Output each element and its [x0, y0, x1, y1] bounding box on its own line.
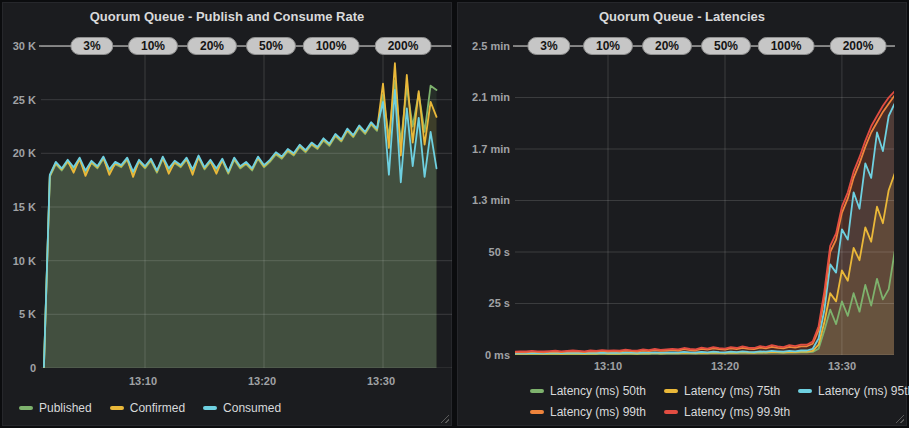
publish-consume-chart-area[interactable] [41, 46, 452, 368]
load-annotation-50pct[interactable]: 50% [701, 37, 751, 55]
latency-99th-swatch-icon [530, 410, 544, 414]
y-axis-tick: 50 s [458, 246, 510, 258]
legend-label: Latency (ms) 75th [684, 384, 780, 398]
publish-consume-chart [41, 46, 452, 368]
y-axis-tick: 1.7 min [458, 143, 510, 155]
y-axis-tick: 2.1 min [458, 91, 510, 103]
legend-item-confirmed[interactable]: Confirmed [110, 401, 185, 415]
legend-item-consumed[interactable]: Consumed [203, 401, 281, 415]
legend-item-published[interactable]: Published [19, 401, 92, 415]
y-axis-tick: 10 K [3, 255, 36, 267]
legend-item-latency-50th[interactable]: Latency (ms) 50th [530, 384, 646, 398]
load-annotation-50pct[interactable]: 50% [246, 37, 296, 55]
y-axis-tick: 25 s [458, 297, 510, 309]
x-axis-tick: 13:10 [594, 360, 622, 372]
load-annotation-200pct[interactable]: 200% [830, 37, 887, 55]
x-axis-tick: 13:20 [711, 360, 739, 372]
y-axis-tick: 30 K [3, 40, 36, 52]
y-axis-tick: 1.3 min [458, 194, 510, 206]
latency-75th-swatch-icon [664, 389, 678, 393]
legend: Published Confirmed Consumed [19, 401, 281, 415]
load-annotation-100pct[interactable]: 100% [303, 37, 360, 55]
latency-95th-swatch-icon [798, 389, 812, 393]
y-axis-tick: 0 [3, 362, 36, 374]
load-annotation-20pct[interactable]: 20% [642, 37, 692, 55]
legend-label: Latency (ms) 50th [550, 384, 646, 398]
y-axis-tick: 15 K [3, 201, 36, 213]
y-axis-tick: 2.5 min [458, 40, 510, 52]
panel-latencies: Quorum Queue - Latencies 3% 10% 20% 50% … [457, 2, 907, 426]
legend-label: Consumed [223, 401, 281, 415]
panel-resize-handle-icon[interactable] [440, 414, 449, 423]
y-axis-tick: 25 K [3, 94, 36, 106]
panel-title[interactable]: Quorum Queue - Latencies [458, 9, 906, 24]
consumed-swatch-icon [203, 406, 217, 410]
load-annotation-100pct[interactable]: 100% [758, 37, 815, 55]
legend-label: Published [39, 401, 92, 415]
load-annotation-10pct[interactable]: 10% [128, 37, 178, 55]
legend-label: Confirmed [130, 401, 185, 415]
latency-99-9th-swatch-icon [664, 410, 678, 414]
panel-title[interactable]: Quorum Queue - Publish and Consume Rate [3, 9, 451, 24]
load-annotation-200pct[interactable]: 200% [375, 37, 432, 55]
x-axis-tick: 13:30 [828, 360, 856, 372]
load-annotation-3pct[interactable]: 3% [70, 37, 113, 55]
latencies-chart [515, 46, 894, 355]
legend-item-latency-95th[interactable]: Latency (ms) 95th [798, 384, 909, 398]
confirmed-swatch-icon [110, 406, 124, 410]
legend-label: Latency (ms) 99.9th [684, 405, 790, 419]
x-axis-tick: 13:30 [367, 375, 395, 387]
x-axis-tick: 13:10 [129, 375, 157, 387]
y-axis-tick: 5 K [3, 308, 36, 320]
latencies-chart-area[interactable] [515, 46, 894, 355]
load-annotation-3pct[interactable]: 3% [527, 37, 570, 55]
panel-resize-handle-icon[interactable] [895, 414, 904, 423]
legend-label: Latency (ms) 95th [818, 384, 909, 398]
legend-item-latency-99th[interactable]: Latency (ms) 99th [530, 405, 646, 419]
legend-row-1: Latency (ms) 50th Latency (ms) 75th Late… [530, 384, 909, 398]
published-swatch-icon [19, 406, 33, 410]
load-annotation-10pct[interactable]: 10% [583, 37, 633, 55]
legend-item-latency-75th[interactable]: Latency (ms) 75th [664, 384, 780, 398]
latency-50th-swatch-icon [530, 389, 544, 393]
x-axis-tick: 13:20 [248, 375, 276, 387]
legend-item-latency-99-9th[interactable]: Latency (ms) 99.9th [664, 405, 790, 419]
load-annotation-20pct[interactable]: 20% [187, 37, 237, 55]
y-axis-tick: 0 ms [458, 349, 510, 361]
legend-row-2: Latency (ms) 99th Latency (ms) 99.9th [530, 405, 790, 419]
y-axis-tick: 20 K [3, 147, 36, 159]
legend-label: Latency (ms) 99th [550, 405, 646, 419]
panel-publish-consume-rate: Quorum Queue - Publish and Consume Rate … [2, 2, 452, 426]
